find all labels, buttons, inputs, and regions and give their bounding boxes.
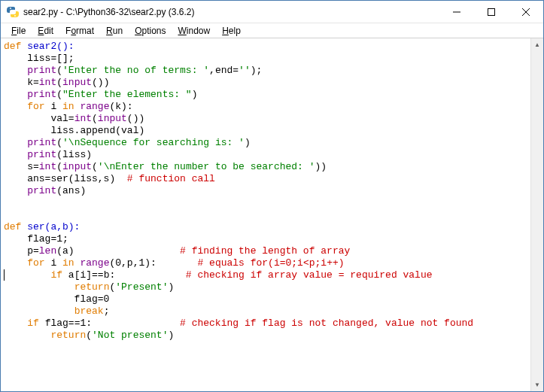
code-token: flag==1: (39, 318, 180, 329)
code-token: liss.append(val) (4, 125, 144, 136)
code-token: '\nSequence for searching is: ' (62, 137, 245, 148)
close-button[interactable] (509, 1, 543, 23)
code-token: len (39, 245, 56, 257)
code-token: for (27, 257, 44, 269)
code-token: )) (315, 161, 327, 172)
code-token: ( (56, 65, 62, 76)
menubar: File Edit Format Run Options Window Help (1, 23, 543, 38)
menu-window[interactable]: Window (172, 24, 217, 38)
code-token (4, 137, 27, 148)
code-token: flag=0 (4, 293, 109, 305)
code-token: k= (4, 77, 39, 88)
code-token (4, 65, 27, 76)
minimize-button[interactable] (439, 1, 474, 23)
code-token: return (50, 330, 86, 341)
code-token: range (80, 257, 109, 269)
code-token: int (74, 113, 92, 124)
code-token: p= (4, 245, 39, 257)
code-token: if (27, 318, 39, 329)
code-token (4, 318, 27, 329)
code-token: (ans) (56, 185, 86, 196)
code-token: break (74, 305, 104, 317)
titlebar: sear2.py - C:\Python36-32\sear2.py (3.6.… (1, 1, 543, 23)
code-editor[interactable]: def sear2(): liss=[]; print('Enter the n… (1, 38, 530, 391)
editor-container: def sear2(): liss=[]; print('Enter the n… (1, 38, 543, 391)
code-token: ( (56, 77, 62, 88)
code-token: ( (92, 161, 98, 172)
code-token: ( (56, 161, 62, 172)
code-token: int (39, 161, 56, 172)
code-token (4, 269, 50, 281)
code-token: i (45, 257, 62, 269)
svg-point-0 (10, 8, 11, 9)
code-token: ser(a,b): (21, 221, 80, 232)
code-token: '' (239, 65, 251, 76)
code-token: ans=ser(liss,s) (4, 173, 127, 184)
code-token: in (62, 101, 74, 112)
code-token: return (74, 281, 110, 293)
code-token: (liss) (56, 149, 92, 160)
code-token: range (80, 101, 109, 112)
python-idle-icon (7, 6, 19, 18)
scroll-up-icon[interactable]: ▲ (531, 38, 543, 51)
code-token (4, 305, 74, 317)
code-token: (k): (109, 101, 132, 112)
code-token: val= (4, 113, 74, 124)
code-token: input (62, 161, 92, 172)
code-token: ) (192, 89, 198, 100)
code-token: input (62, 77, 92, 88)
code-token: ()) (92, 77, 109, 88)
code-token: print (27, 89, 56, 100)
code-token: # function call (127, 173, 215, 184)
code-token (4, 89, 27, 100)
code-token: ) (168, 281, 174, 293)
code-token: ( (56, 89, 62, 100)
code-token: "Enter the elements: " (62, 89, 192, 100)
code-token: ) (168, 330, 174, 341)
vertical-scrollbar[interactable]: ▲ ▼ (530, 38, 543, 391)
code-token: # checking if flag is not changed, value… (180, 318, 473, 329)
svg-rect-3 (488, 8, 495, 15)
text-cursor (4, 269, 5, 281)
code-token: flag=1; (4, 233, 68, 245)
scroll-down-icon[interactable]: ▼ (531, 378, 543, 391)
code-token (4, 101, 27, 112)
code-token: def (4, 221, 21, 232)
code-token: if (50, 269, 62, 281)
code-token: print (27, 137, 56, 148)
code-token: ) (245, 137, 251, 148)
code-token: ); (251, 65, 263, 76)
code-token: # finding the length of array (180, 245, 350, 257)
menu-edit[interactable]: Edit (32, 24, 59, 38)
code-token: def (4, 41, 21, 52)
code-token: int (39, 77, 56, 88)
code-token: print (27, 185, 56, 196)
code-token: 'Present' (115, 281, 168, 293)
code-token (4, 281, 74, 293)
menu-run[interactable]: Run (100, 24, 129, 38)
code-token (4, 257, 27, 269)
code-token: # checking if array value = required val… (186, 269, 433, 281)
code-token: # equals for(i=0;i<p;i++) (198, 257, 345, 269)
code-token: ( (56, 137, 62, 148)
code-token (4, 185, 27, 196)
code-token: ()) (127, 113, 144, 124)
code-token: (0,p,1): (109, 257, 197, 269)
code-token: liss=[]; (4, 53, 74, 64)
svg-point-1 (14, 15, 16, 17)
code-token: 'Enter the no of terms: ' (62, 65, 209, 76)
code-token: ,end= (209, 65, 239, 76)
menu-help[interactable]: Help (216, 24, 247, 38)
code-token: ( (92, 113, 98, 124)
menu-options[interactable]: Options (129, 24, 172, 38)
code-token: print (27, 149, 56, 160)
menu-format[interactable]: Format (59, 24, 100, 38)
window-title: sear2.py - C:\Python36-32\sear2.py (3.6.… (23, 7, 194, 17)
menu-file[interactable]: File (5, 24, 32, 38)
code-token: for (27, 101, 44, 112)
code-token: in (62, 257, 74, 269)
maximize-button[interactable] (474, 1, 509, 23)
code-token: (a) (56, 245, 180, 257)
code-token (4, 149, 27, 160)
code-token: i (45, 101, 62, 112)
